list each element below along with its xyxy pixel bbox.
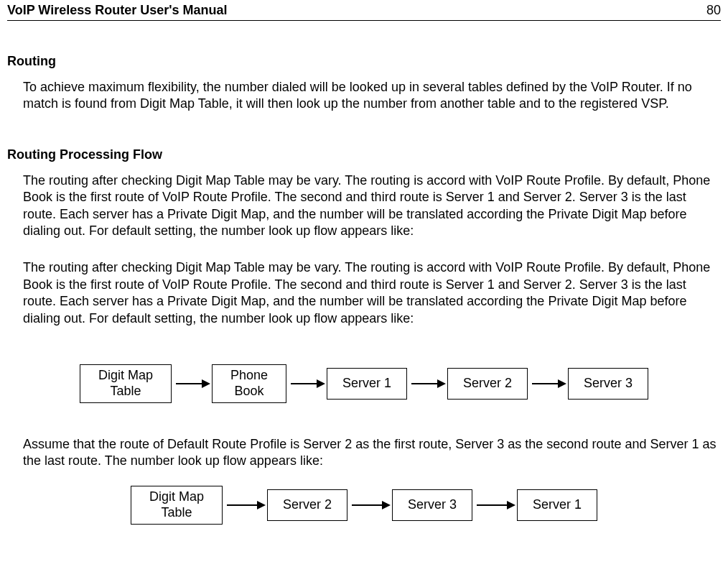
page-number: 80 xyxy=(706,3,721,18)
arrow-right-icon xyxy=(223,498,267,512)
arrow-right-icon xyxy=(347,498,392,512)
node-label: Server 1 xyxy=(342,376,391,392)
node-label: Server 1 xyxy=(533,497,582,513)
node-label: Book xyxy=(234,384,263,400)
node-server-1: Server 1 xyxy=(327,368,407,400)
node-label: Digit Map xyxy=(149,489,204,505)
svg-marker-3 xyxy=(317,379,325,388)
heading-processing-flow: Routing Processing Flow xyxy=(7,147,721,162)
node-label: Server 3 xyxy=(584,376,633,392)
arrow-right-icon xyxy=(472,498,517,512)
node-server-2: Server 2 xyxy=(447,368,528,400)
svg-marker-9 xyxy=(257,501,266,509)
svg-marker-7 xyxy=(558,379,566,388)
node-label: Server 2 xyxy=(463,376,512,392)
arrow-right-icon xyxy=(407,377,447,391)
node-label: Server 2 xyxy=(283,497,332,513)
svg-marker-11 xyxy=(382,501,391,509)
page-header: VoIP Wireless Router User's Manual 80 xyxy=(7,0,721,21)
node-label: Table xyxy=(110,384,141,400)
node-label: Table xyxy=(161,505,192,521)
diagram-alternate-flow: Digit Map Table Server 2 Server 3 Server… xyxy=(7,486,721,525)
arrow-right-icon xyxy=(286,377,327,391)
node-server-3: Server 3 xyxy=(392,489,472,521)
arrow-right-icon xyxy=(528,377,568,391)
node-digit-map-table: Digit Map Table xyxy=(80,364,172,403)
node-digit-map-table: Digit Map Table xyxy=(131,486,223,525)
node-label: Digit Map xyxy=(98,368,153,384)
para-flow-1: The routing after checking Digit Map Tab… xyxy=(23,172,721,240)
node-label: Phone xyxy=(230,368,268,384)
diagram-default-flow: Digit Map Table Phone Book Server 1 Serv… xyxy=(7,364,721,403)
svg-marker-5 xyxy=(437,379,446,388)
node-server-1: Server 1 xyxy=(517,489,597,521)
node-server-2: Server 2 xyxy=(267,489,347,521)
svg-marker-1 xyxy=(202,379,210,388)
svg-marker-13 xyxy=(507,501,515,509)
node-server-3: Server 3 xyxy=(568,368,648,400)
para-flow-3: Assume that the route of Default Route P… xyxy=(23,436,721,470)
manual-title: VoIP Wireless Router User's Manual xyxy=(7,3,228,18)
node-label: Server 3 xyxy=(408,497,457,513)
node-phone-book: Phone Book xyxy=(212,364,286,403)
heading-routing: Routing xyxy=(7,54,721,69)
arrow-right-icon xyxy=(172,377,212,391)
para-flow-2: The routing after checking Digit Map Tab… xyxy=(23,259,721,327)
para-routing-1: To achieve maximum flexibility, the numb… xyxy=(23,79,721,113)
